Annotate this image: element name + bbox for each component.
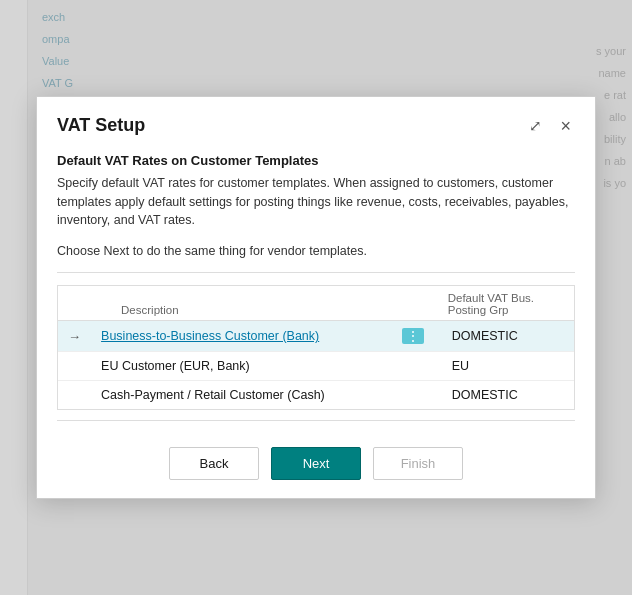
row-vat-bus: DOMESTIC (434, 381, 574, 410)
row-arrow (58, 352, 91, 381)
section-description: Specify default VAT rates for customer t… (57, 174, 575, 230)
row-description-link[interactable]: Business-to-Business Customer (Bank) (101, 329, 319, 343)
row-vat-bus: DOMESTIC (434, 321, 574, 352)
customer-templates-table-container: Description Default VAT Bus. Posting Grp… (57, 285, 575, 410)
section-title: Default VAT Rates on Customer Templates (57, 153, 575, 168)
row-kebab-cell (392, 381, 434, 410)
row-description[interactable]: Business-to-Business Customer (Bank) (91, 321, 392, 352)
expand-icon[interactable]: ⤢ (525, 116, 546, 135)
modal-header-icons: ⤢ × (525, 115, 575, 137)
row-kebab-cell[interactable]: ⋮ (392, 321, 434, 352)
row-description: Cash-Payment / Retail Customer (Cash) (91, 381, 392, 410)
col-arrow (58, 286, 91, 321)
row-arrow: → (58, 321, 91, 352)
divider-bottom (57, 420, 575, 421)
table-row: EU Customer (EUR, Bank) EU (58, 352, 574, 381)
customer-templates-table: Description Default VAT Bus. Posting Grp… (58, 286, 574, 409)
divider-top (57, 272, 575, 273)
col-description-header: Description (91, 286, 392, 321)
row-description: EU Customer (EUR, Bank) (91, 352, 392, 381)
next-button[interactable]: Next (271, 447, 361, 480)
modal-footer: Back Next Finish (37, 433, 595, 498)
table-row: Cash-Payment / Retail Customer (Cash) DO… (58, 381, 574, 410)
vat-setup-modal: VAT Setup ⤢ × Default VAT Rates on Custo… (36, 96, 596, 499)
back-button[interactable]: Back (169, 447, 259, 480)
modal-header: VAT Setup ⤢ × (37, 97, 595, 147)
table-row: → Business-to-Business Customer (Bank) ⋮… (58, 321, 574, 352)
row-vat-bus: EU (434, 352, 574, 381)
col-vat-bus-header: Default VAT Bus. Posting Grp (434, 286, 574, 321)
close-icon[interactable]: × (556, 115, 575, 137)
col-kebab-header (392, 286, 434, 321)
finish-button: Finish (373, 447, 463, 480)
row-kebab-cell (392, 352, 434, 381)
choose-next-text: Choose Next to do the same thing for ven… (57, 244, 575, 258)
modal-body: Default VAT Rates on Customer Templates … (37, 147, 595, 433)
modal-title: VAT Setup (57, 115, 145, 136)
kebab-menu-button[interactable]: ⋮ (402, 328, 424, 344)
modal-backdrop: VAT Setup ⤢ × Default VAT Rates on Custo… (0, 0, 632, 595)
row-arrow (58, 381, 91, 410)
